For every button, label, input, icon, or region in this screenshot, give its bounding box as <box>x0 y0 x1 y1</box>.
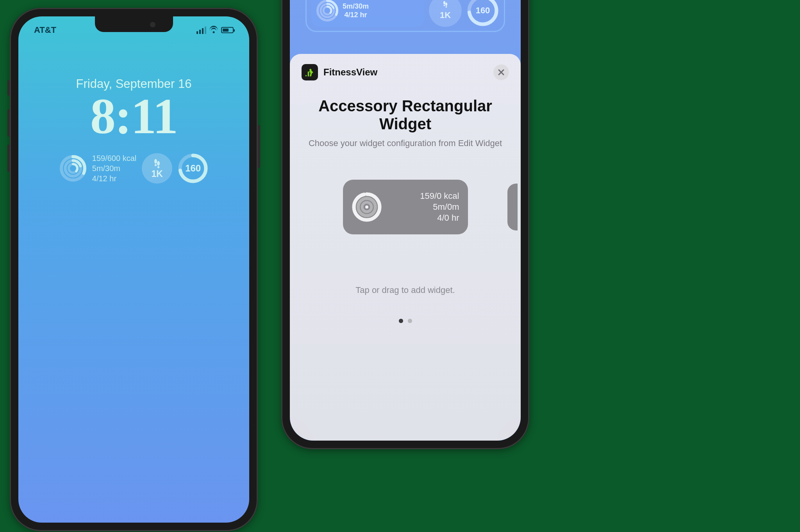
close-icon <box>498 69 505 76</box>
heart-widget[interactable]: 160 <box>178 153 208 184</box>
sheet-hint: Tap or drag to add widget. <box>302 285 509 295</box>
next-widget-peek[interactable] <box>507 184 518 230</box>
preview-exercise: 5m/0m <box>388 202 459 212</box>
activity-rings-icon <box>352 192 382 222</box>
sheet-subtitle: Choose your widget configuration from Ed… <box>302 138 509 148</box>
row-heart: 160 <box>476 5 490 16</box>
svg-point-28 <box>365 205 368 209</box>
activity-rings-widget[interactable]: 159/600 kcal 5m/30m 4/12 hr <box>59 153 136 184</box>
activity-rings-icon <box>316 0 339 22</box>
wifi-icon <box>209 26 218 34</box>
row-stand: 4/12 hr <box>343 11 369 19</box>
steps-value: 1K <box>152 170 163 179</box>
footprints-icon <box>154 159 161 169</box>
volume-up-button[interactable] <box>7 109 10 137</box>
activity-kcal: 159/600 kcal <box>92 153 136 163</box>
activity-rings-slot[interactable]: 5m/30m 4/12 hr <box>311 0 424 27</box>
lockscreen-widget-row: 159/600 kcal 5m/30m 4/12 hr 1K <box>18 153 249 184</box>
svg-point-21 <box>446 6 447 8</box>
steps-slot[interactable]: 1K <box>429 0 462 27</box>
preview-kcal: 159/0 kcal <box>388 191 459 202</box>
svg-point-18 <box>443 1 445 5</box>
widget-preview[interactable]: 159/0 kcal 5m/0m 4/0 hr <box>343 180 468 234</box>
notch <box>95 16 173 32</box>
lockscreen-time: 8:11 <box>18 87 249 145</box>
page-dot-2[interactable] <box>408 319 412 323</box>
cellular-signal-icon <box>196 27 206 34</box>
preview-stand: 4/0 hr <box>388 212 459 223</box>
svg-point-8 <box>157 161 160 166</box>
svg-point-7 <box>155 164 157 166</box>
volume-down-button[interactable] <box>7 145 10 172</box>
row-steps: 1K <box>440 10 451 20</box>
activity-exercise: 5m/30m <box>92 163 136 173</box>
app-icon <box>302 64 318 80</box>
svg-point-9 <box>157 166 159 168</box>
svg-point-20 <box>445 2 447 6</box>
app-name: FitnessView <box>323 67 377 78</box>
close-button[interactable] <box>493 64 509 80</box>
carrier-label: AT&T <box>34 25 56 35</box>
mute-switch[interactable] <box>7 80 10 96</box>
editing-widget-row[interactable]: 5m/30m 4/12 hr 1K <box>305 0 505 32</box>
activity-rings-icon <box>59 155 87 182</box>
sheet-title: Accessory Rectangular Widget <box>302 97 509 133</box>
row-exercise: 5m/30m <box>343 2 369 11</box>
page-dot-1[interactable] <box>399 319 403 323</box>
battery-icon <box>221 27 234 33</box>
phone-widget-picker: 5m/30m 4/12 hr 1K <box>281 0 529 449</box>
power-button[interactable] <box>258 125 260 168</box>
activity-stand: 4/12 hr <box>92 173 136 184</box>
page-dots[interactable] <box>302 319 509 323</box>
phone-lockscreen: AT&T Friday, September 16 8:11 <box>10 8 258 531</box>
progress-ring-icon <box>178 153 208 184</box>
footprints-icon <box>443 1 448 10</box>
svg-point-19 <box>444 5 445 6</box>
widget-picker-sheet: FitnessView Accessory Rectangular Widget… <box>290 54 521 441</box>
steps-widget[interactable]: 1K <box>142 153 172 184</box>
svg-point-6 <box>154 159 157 163</box>
heart-slot[interactable]: 160 <box>466 0 499 27</box>
